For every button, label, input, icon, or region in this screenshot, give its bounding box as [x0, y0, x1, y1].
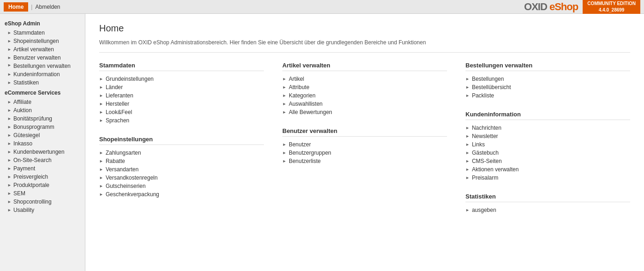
sidebar-item-payment[interactable]: ► Payment: [0, 164, 85, 173]
topbar-separator: |: [31, 4, 32, 10]
sidebar-item-label: Bonusprogramm: [13, 124, 54, 130]
item-benutzerliste[interactable]: ► Benutzerliste: [282, 157, 447, 165]
item-benutzer[interactable]: ► Benutzer: [282, 140, 447, 149]
item-auswahllisten[interactable]: ► Auswahllisten: [282, 100, 447, 108]
item-versandarten[interactable]: ► Versandarten: [99, 165, 264, 174]
sidebar-item-preisvergleich[interactable]: ► Preisvergleich: [0, 173, 85, 181]
arrow-icon: ►: [465, 167, 470, 172]
item-versandkostenregeln[interactable]: ► Versandkostenregeln: [99, 174, 264, 182]
sidebar-item-guetesiegel[interactable]: ► Gütesiegel: [0, 131, 85, 139]
item-preisalarm[interactable]: ► Preisalarm: [465, 174, 630, 182]
sidebar-item-bestellungen-verwalten[interactable]: ► Bestellungen verwalten: [0, 62, 85, 70]
arrow-icon: ►: [282, 85, 286, 90]
sidebar-item-kundeninformation[interactable]: ► Kundeninformation: [0, 70, 85, 78]
item-gaestebuch[interactable]: ► Gästebuch: [465, 149, 630, 157]
sidebar-item-bonusprogramm[interactable]: ► Bonusprogramm: [0, 123, 85, 131]
arrow-icon: ►: [99, 102, 103, 106]
home-button[interactable]: Home: [4, 2, 28, 12]
item-label: Lieferanten: [106, 92, 133, 99]
item-nachrichten[interactable]: ► Nachrichten: [465, 124, 630, 132]
arrow-icon: ►: [7, 125, 12, 129]
sidebar-item-shopeinstellungen[interactable]: ► Shopeinstellungen: [0, 37, 85, 45]
item-label: Versandarten: [106, 166, 138, 173]
item-sprachen[interactable]: ► Sprachen: [99, 116, 264, 125]
item-artikel[interactable]: ► Artikel: [282, 75, 447, 83]
arrow-icon: ►: [465, 142, 470, 147]
item-cms-seiten[interactable]: ► CMS-Seiten: [465, 157, 630, 165]
edition-badge: COMMUNITY EDITION 4.4.0_28699: [583, 0, 640, 15]
item-attribute[interactable]: ► Attribute: [282, 83, 447, 91]
item-label: Alle Bewertungen: [289, 109, 332, 115]
item-kategorien[interactable]: ► Kategorien: [282, 91, 447, 100]
arrow-icon: ►: [99, 77, 103, 81]
sidebar-item-label: Bestellungen verwalten: [13, 63, 71, 69]
item-grundeinstellungen[interactable]: ► Grundeinstellungen: [99, 75, 264, 83]
column-1: Stammdaten ► Grundeinstellungen ► Länder…: [99, 62, 264, 225]
column-2: Artikel verwalten ► Artikel ► Attribute …: [282, 62, 447, 225]
arrow-icon: ►: [99, 159, 103, 163]
logo-area: OXID eShop COMMUNITY EDITION 4.4.0_28699: [524, 0, 640, 15]
item-bestelluebersicht[interactable]: ► Bestellübersicht: [465, 83, 630, 91]
section-artikel-verwalten: Artikel verwalten ► Artikel ► Attribute …: [282, 62, 447, 116]
intro-text: Willkommen im OXID eShop Administrations…: [99, 39, 630, 53]
arrow-icon: ►: [465, 93, 470, 98]
sidebar-item-produktportale[interactable]: ► Produktportale: [0, 181, 85, 189]
sidebar-item-label: Bonitätsprüfung: [13, 115, 52, 122]
arrow-icon: ►: [7, 55, 12, 60]
item-aktionen-verwalten[interactable]: ► Aktionen verwalten: [465, 165, 630, 174]
item-rabatte[interactable]: ► Rabatte: [99, 157, 264, 165]
home-grid: Stammdaten ► Grundeinstellungen ► Länder…: [99, 62, 630, 225]
item-links[interactable]: ► Links: [465, 140, 630, 149]
item-laender[interactable]: ► Länder: [99, 83, 264, 91]
sidebar-item-affiliate[interactable]: ► Affiliate: [0, 98, 85, 106]
item-label: Benutzerliste: [289, 158, 321, 164]
item-label: Auswahllisten: [289, 101, 322, 107]
item-label: Länder: [106, 84, 123, 90]
sidebar-item-usability[interactable]: ► Usability: [0, 206, 85, 214]
sidebar: eShop Admin ► Stammdaten ► Shopeinstellu…: [0, 14, 85, 271]
item-alle-bewertungen[interactable]: ► Alle Bewertungen: [282, 108, 447, 116]
item-label: Geschenkverpackung: [106, 191, 159, 198]
sidebar-item-benutzer-verwalten[interactable]: ► Benutzer verwalten: [0, 54, 85, 62]
sidebar-item-artikel-verwalten[interactable]: ► Artikel verwalten: [0, 45, 85, 54]
arrow-icon: ►: [7, 47, 12, 52]
sidebar-item-inkasso[interactable]: ► Inkasso: [0, 139, 85, 148]
arrow-icon: ►: [99, 192, 103, 197]
item-newsletter[interactable]: ► Newsletter: [465, 132, 630, 140]
sidebar-item-sem[interactable]: ► SEM: [0, 189, 85, 198]
sidebar-item-auktion[interactable]: ► Auktion: [0, 106, 85, 114]
item-gutscheinserien[interactable]: ► Gutscheinserien: [99, 182, 264, 190]
section-kundeninformation: Kundeninformation ► Nachrichten ► Newsle…: [465, 111, 630, 182]
arrow-icon: ►: [282, 142, 286, 147]
arrow-icon: ►: [99, 93, 103, 98]
sidebar-item-label: Artikel verwalten: [13, 46, 54, 53]
sidebar-item-label: On-Site-Search: [13, 157, 52, 163]
arrow-icon: ►: [465, 77, 470, 81]
item-hersteller[interactable]: ► Hersteller: [99, 100, 264, 108]
sidebar-item-on-site-search[interactable]: ► On-Site-Search: [0, 156, 85, 164]
item-lieferanten[interactable]: ► Lieferanten: [99, 91, 264, 100]
item-benutzergruppen[interactable]: ► Benutzergruppen: [282, 149, 447, 157]
item-label: Rabatte: [106, 158, 125, 164]
sidebar-item-stammdaten[interactable]: ► Stammdaten: [0, 29, 85, 37]
sidebar-item-kundenbewertungen[interactable]: ► Kundenbewertungen: [0, 148, 85, 156]
sidebar-item-statistiken[interactable]: ► Statistiken: [0, 78, 85, 87]
item-packliste[interactable]: ► Packliste: [465, 91, 630, 100]
item-ausgeben[interactable]: ► ausgeben: [465, 206, 630, 214]
arrow-icon: ►: [7, 175, 12, 179]
arrow-icon: ►: [99, 175, 103, 180]
section-benutzer-verwalten-title: Benutzer verwalten: [282, 127, 447, 137]
item-zahlungsarten[interactable]: ► Zahlungsarten: [99, 149, 264, 157]
arrow-icon: ►: [465, 134, 470, 139]
sidebar-item-label: Inkasso: [13, 140, 32, 147]
item-bestellungen[interactable]: ► Bestellungen: [465, 75, 630, 83]
item-lookfeel[interactable]: ► Look&Feel: [99, 108, 264, 116]
item-geschenkverpackung[interactable]: ► Geschenkverpackung: [99, 190, 264, 199]
sidebar-item-bonitaetspruefung[interactable]: ► Bonitätsprüfung: [0, 114, 85, 123]
arrow-icon: ►: [282, 102, 286, 106]
logout-link[interactable]: Abmelden: [35, 4, 60, 10]
item-label: Gästebuch: [472, 150, 499, 156]
sidebar-item-label: Kundenbewertungen: [13, 149, 65, 155]
item-label: CMS-Seiten: [472, 158, 502, 164]
sidebar-item-shopcontrolling[interactable]: ► Shopcontrolling: [0, 198, 85, 206]
